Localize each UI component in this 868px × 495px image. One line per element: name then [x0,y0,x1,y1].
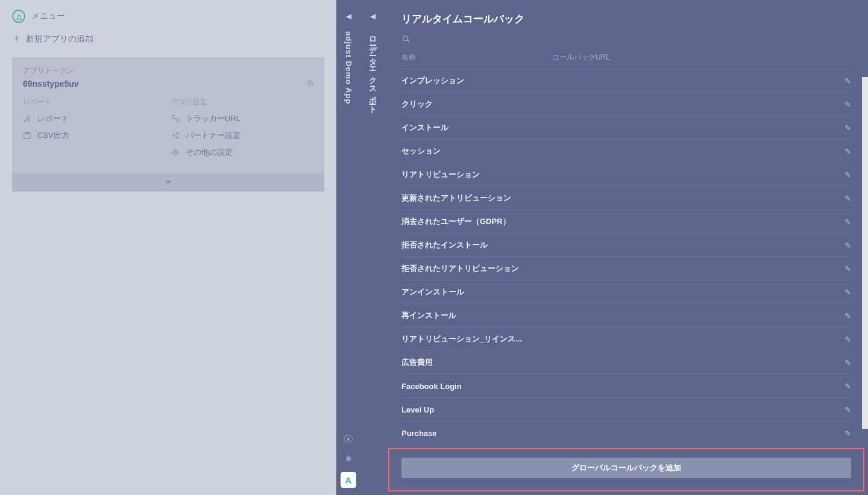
svg-line-14 [350,455,350,456]
chevron-down-icon [165,180,172,185]
callback-row[interactable]: 消去されたユーザー（GDPR）✎ [401,210,851,233]
settings-item[interactable]: トラッカーURL [171,113,313,124]
edit-icon[interactable]: ✎ [844,358,851,367]
edit-icon[interactable]: ✎ [844,217,851,226]
edit-icon[interactable]: ✎ [844,288,851,297]
callback-name: 拒否されたインストール [401,240,844,251]
callback-row[interactable]: 拒否されたリアトリビューション✎ [401,257,851,280]
callback-row[interactable]: アンインストール✎ [401,280,851,304]
callback-name: リアトリビューション_リインス... [401,334,844,344]
edit-icon[interactable]: ✎ [844,405,851,414]
svg-rect-1 [26,117,27,122]
callback-row[interactable]: インストール✎ [401,116,851,139]
token-value: 69nsstype5uv [23,79,79,89]
token-label: アプリトークン [23,66,313,76]
svg-point-6 [177,132,179,135]
callback-name: セッション [401,146,844,157]
edit-icon[interactable]: ✎ [844,194,851,203]
edit-icon[interactable]: ✎ [844,170,851,179]
settings-item[interactable]: パートナー設定 [171,130,313,141]
callback-name: Purchase [401,429,844,438]
edit-icon[interactable]: ✎ [844,123,851,132]
callback-row[interactable]: セッション✎ [401,139,851,163]
add-app-label: 新規アプリの追加 [26,34,93,45]
edit-icon[interactable]: ✎ [844,335,851,344]
report-item-label: CSV出力 [37,130,69,141]
edit-icon[interactable]: ✎ [844,76,851,86]
callback-name: 更新されたアトリビューション [401,193,844,204]
android-icon[interactable] [343,453,354,464]
svg-line-16 [407,40,409,42]
app-rail-label: adjust Demo App [344,31,353,104]
settings-item[interactable]: その他の設定 [171,147,313,158]
callback-list: インプレッション✎クリック✎インストール✎セッション✎リアトリビューション✎更新… [385,69,868,448]
callback-name: 拒否されたリアトリビューション [401,263,844,274]
callback-row[interactable]: Facebook Login✎ [401,374,851,397]
callback-row[interactable]: リアトリビューション✎ [401,163,851,186]
svg-rect-12 [346,456,351,461]
menu-header[interactable]: △ メニュー [12,10,324,23]
collapse-arrow-icon[interactable]: ◀ [370,12,376,20]
edit-icon[interactable]: ✎ [844,147,851,156]
left-panel: △ メニュー + 新規アプリの追加 アプリトークン 69nsstype5uv ⧉… [0,0,336,495]
search-icon [401,34,411,44]
settings-item-label: トラッカーURL [186,113,241,124]
settings-item-label: その他の設定 [186,147,233,158]
report-item[interactable]: レポート [23,113,165,124]
callback-name: 消去されたユーザー（GDPR） [401,216,844,227]
callback-row[interactable]: Purchase✎ [401,421,851,444]
apple-icon[interactable] [343,434,354,444]
callback-name: 広告費用 [401,357,844,368]
svg-rect-2 [28,116,30,122]
search-row[interactable] [385,34,868,52]
export-rail: ◀ ローデータエクスポート [360,0,385,495]
edit-icon[interactable]: ✎ [844,429,851,438]
edit-icon[interactable]: ✎ [844,264,851,273]
callback-row[interactable]: 更新されたアトリビューション✎ [401,186,851,210]
report-item[interactable]: CSV出力 [23,130,165,141]
svg-point-15 [403,36,408,41]
add-global-callback-button[interactable]: グローバルコールバックを追加 [401,458,851,478]
callback-name: インプレッション [401,75,844,86]
scrollbar[interactable] [862,77,868,429]
collapse-arrow-icon[interactable]: ◀ [346,12,351,20]
plus-icon: + [13,33,20,45]
callback-name: リアトリビューション [401,169,844,180]
callback-row[interactable]: リアトリビューション_リインス...✎ [401,327,851,350]
report-header: レポート [23,97,165,107]
th-url: コールバックURL [552,52,610,63]
callback-row[interactable]: 広告費用✎ [401,350,851,374]
table-header: 名称 コールバックURL [385,52,868,69]
edit-icon[interactable]: ✎ [844,382,851,391]
adjust-logo-icon[interactable]: A [341,472,356,488]
settings-item-label: パートナー設定 [186,130,241,141]
export-rail-label: ローデータエクスポート [367,31,378,110]
callback-name: Level Up [401,405,844,414]
edit-icon[interactable]: ✎ [844,100,851,109]
expand-toggle[interactable] [12,173,324,191]
callback-row[interactable]: 再インストール✎ [401,304,851,327]
add-app-button[interactable]: + 新規アプリの追加 [12,33,324,45]
svg-line-8 [174,134,177,135]
callback-row[interactable]: クリック✎ [401,92,851,116]
edit-icon[interactable]: ✎ [844,241,851,250]
menu-label: メニュー [31,11,65,22]
callback-row[interactable]: Level Up✎ [401,397,851,421]
callback-name: Facebook Login [401,382,844,391]
edit-icon[interactable]: ✎ [844,311,851,320]
callback-name: インストール [401,122,844,133]
svg-point-7 [177,137,179,139]
logo-icon: △ [12,10,25,23]
callback-row[interactable]: インプレッション✎ [401,69,851,92]
settings-header: アプリ設定 [171,97,313,107]
svg-rect-0 [24,120,25,122]
callback-row[interactable]: 拒否されたインストール✎ [401,233,851,257]
svg-point-10 [174,151,177,154]
highlighted-footer: グローバルコールバックを追加 [388,448,864,491]
report-column: レポート レポートCSV出力 [23,97,165,164]
main-panel: リアルタイムコールバック 名称 コールバックURL インプレッション✎クリック✎… [385,0,868,495]
app-rail: ◀ adjust Demo App A [336,0,360,495]
panel-title: リアルタイムコールバック [385,0,868,34]
callback-name: 再インストール [401,310,844,321]
copy-icon[interactable]: ⧉ [307,78,313,89]
